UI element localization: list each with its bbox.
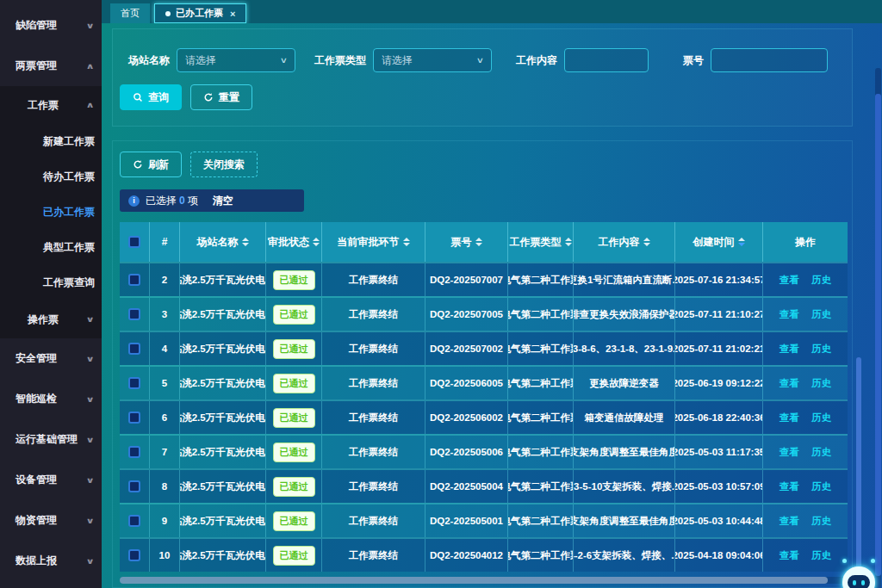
sidebar-item-2[interactable]: 工作票∧ [0, 86, 102, 124]
sort-icon[interactable] [403, 238, 410, 246]
chevron-down-icon: ∨ [85, 517, 94, 525]
row-checkbox[interactable] [128, 549, 140, 561]
column-header-8: 操作 [763, 222, 848, 262]
tab-1[interactable]: 已办工作票× [154, 3, 246, 23]
sidebar-item-8[interactable]: 操作票∨ [0, 300, 102, 338]
sidebar-item-6[interactable]: 典型工作票 [0, 230, 102, 265]
select-all-checkbox[interactable] [128, 236, 140, 248]
view-link[interactable]: 查看 [780, 549, 799, 562]
ticket-type-select[interactable]: 请选择 ∨ [373, 48, 492, 72]
column-header-4[interactable]: 票号 [425, 222, 508, 262]
ticket-number-cell: DQ2-202507007 [425, 263, 508, 296]
approval-step-cell: 工作票终结 [322, 539, 425, 572]
sort-icon[interactable] [738, 238, 745, 246]
history-link[interactable]: 历史 [811, 446, 831, 459]
sort-icon[interactable] [643, 238, 650, 246]
sidebar-item-13[interactable]: 物资管理∨ [0, 500, 102, 541]
actions-cell: 查看历史 [763, 263, 848, 296]
content-area: 场站名称 请选择 ∨ 工作票类型 请选择 ∨ 工作内容 票号 [102, 23, 882, 588]
sidebar-item-11[interactable]: 运行基础管理∨ [0, 419, 102, 460]
column-header-2[interactable]: 审批状态 [266, 222, 322, 262]
table-scrollbar-thumb[interactable] [856, 357, 861, 571]
history-link[interactable]: 历史 [811, 308, 831, 321]
row-checkbox[interactable] [128, 343, 140, 355]
sidebar-item-1[interactable]: 两票管理∧ [0, 46, 102, 86]
station-name-select[interactable]: 请选择 ∨ [177, 48, 295, 72]
view-link[interactable]: 查看 [780, 446, 799, 459]
column-header-label: 工作内容 [599, 235, 640, 250]
close-icon[interactable]: × [230, 9, 235, 19]
history-link[interactable]: 历史 [811, 480, 831, 493]
sidebar-item-5[interactable]: 已办工作票 [0, 195, 102, 230]
row-checkbox[interactable] [128, 412, 140, 424]
table-row: 7临洮2.5万千瓦光伏电...已通过工作票终结DQ2-202505006电气第二… [120, 434, 848, 468]
history-link[interactable]: 历史 [811, 343, 831, 356]
column-header-3[interactable]: 当前审批环节 [322, 222, 425, 262]
row-checkbox[interactable] [128, 377, 140, 389]
view-link[interactable]: 查看 [780, 343, 799, 356]
work-content-cell: 更换1号汇流箱内直流断... [574, 263, 675, 296]
close-search-button[interactable]: 关闭搜索 [190, 152, 258, 177]
row-checkbox[interactable] [128, 515, 140, 527]
view-link[interactable]: 查看 [780, 412, 799, 424]
search-button[interactable]: 查询 [120, 84, 182, 110]
row-checkbox[interactable] [128, 274, 140, 286]
ticket-number-input[interactable] [711, 48, 828, 72]
history-link[interactable]: 历史 [811, 515, 831, 528]
view-link[interactable]: 查看 [780, 515, 799, 528]
station-name-cell: 临洮2.5万千瓦光伏电... [180, 401, 266, 434]
sidebar-item-10[interactable]: 智能巡检∨ [0, 379, 102, 419]
sidebar-item-12[interactable]: 设备管理∨ [0, 460, 102, 500]
work-content-input[interactable] [564, 48, 649, 72]
assistant-robot-icon[interactable] [841, 562, 877, 588]
approval-step-cell: 工作票终结 [322, 263, 425, 296]
history-link[interactable]: 历史 [811, 549, 831, 562]
window-scrollbar-thumb[interactable] [875, 94, 881, 576]
station-name-cell: 临洮2.5万千瓦光伏电... [180, 332, 266, 365]
row-checkbox[interactable] [128, 446, 140, 458]
sidebar-item-7[interactable]: 工作票查询 [0, 265, 102, 300]
sort-icon[interactable] [242, 238, 249, 246]
horizontal-scrollbar-thumb[interactable] [120, 577, 828, 584]
view-link[interactable]: 查看 [780, 480, 799, 493]
column-header-7[interactable]: 创建时间 [675, 222, 763, 262]
ticket-number-cell: DQ2-202506005 [425, 367, 508, 399]
row-checkbox[interactable] [128, 308, 140, 320]
work-content-cell: 排查更换失效浪涌保护器 [574, 298, 675, 331]
view-link[interactable]: 查看 [780, 308, 799, 321]
created-time-cell: 2025-07-11 21:02:21 [675, 332, 763, 365]
refresh-button[interactable]: 刷新 [120, 152, 182, 177]
column-header-1[interactable]: 场站名称 [180, 222, 266, 262]
sidebar-item-4[interactable]: 待办工作票 [0, 159, 102, 195]
sort-icon[interactable] [565, 238, 572, 246]
window-scrollbar[interactable] [875, 68, 881, 588]
ticket-number-cell: DQ2-202505001 [425, 504, 508, 537]
sidebar-item-0[interactable]: 缺陷管理∨ [0, 5, 102, 46]
table-scrollbar[interactable] [856, 238, 861, 581]
station-name-cell: 临洮2.5万千瓦光伏电... [180, 470, 266, 503]
sidebar-item-14[interactable]: 数据上报∨ [0, 541, 102, 581]
ticket-number-cell: DQ2-202505004 [425, 470, 508, 503]
history-link[interactable]: 历史 [811, 274, 831, 287]
reset-button[interactable]: 重置 [190, 84, 252, 110]
row-checkbox[interactable] [128, 480, 140, 492]
clear-selection-button[interactable]: 清空 [213, 194, 233, 208]
row-checkbox-cell [120, 401, 150, 434]
column-header-label: 票号 [451, 235, 472, 250]
column-header-5[interactable]: 工作票类型 [508, 222, 574, 262]
sort-icon[interactable] [475, 238, 482, 246]
sidebar-item-3[interactable]: 新建工作票 [0, 124, 102, 159]
horizontal-scrollbar[interactable] [120, 577, 857, 584]
actions-cell: 查看历史 [763, 539, 848, 572]
history-link[interactable]: 历史 [811, 412, 831, 424]
history-link[interactable]: 历史 [811, 377, 831, 390]
row-index: 3 [150, 298, 180, 331]
sort-icon[interactable] [313, 238, 320, 246]
robot-face [848, 575, 870, 588]
view-link[interactable]: 查看 [780, 377, 799, 390]
column-header-6[interactable]: 工作内容 [574, 222, 675, 262]
view-link[interactable]: 查看 [780, 274, 799, 287]
sidebar-item-9[interactable]: 安全管理∨ [0, 338, 102, 379]
column-header-label: 当前审批环节 [338, 235, 400, 250]
tab-0[interactable]: 首页 [110, 3, 150, 23]
